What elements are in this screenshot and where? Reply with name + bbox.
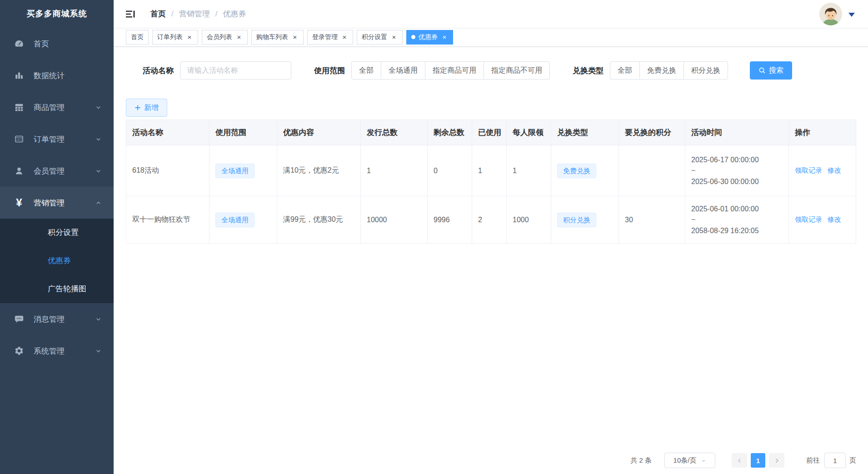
caret-down-icon	[848, 13, 855, 17]
page-number-1[interactable]: 1	[751, 453, 765, 468]
sidebar-item-label: 数据统计	[34, 70, 65, 81]
cell-content: 满99元，优惠30元	[277, 196, 361, 244]
app-window: 买多多商城系统 首页 数据统计 商品管理 订单管理	[0, 0, 868, 474]
sidebar-item-marketing[interactable]: ¥ 营销管理	[0, 187, 114, 219]
sidebar-item-label: 商品管理	[34, 102, 65, 113]
yen-icon: ¥	[14, 197, 25, 208]
page-unit-label: 页	[849, 456, 856, 465]
app-title: 买多多商城系统	[0, 0, 114, 28]
sidebar-item-home[interactable]: 首页	[0, 28, 114, 60]
cell-actions: 领取记录修改	[789, 196, 856, 244]
sidebar-item-members[interactable]: 会员管理	[0, 155, 114, 187]
sidebar-item-label: 订单管理	[34, 134, 65, 145]
claim-records-link[interactable]: 领取记录	[795, 166, 822, 174]
scope-option-all[interactable]: 全部	[351, 61, 381, 80]
submenu-item-ad-carousel[interactable]: 广告轮播图	[0, 275, 114, 303]
table-row: 618活动 全场通用 满10元，优惠2元 1 0 1 1 免费兑换 2025-0…	[126, 145, 856, 196]
cell-issued: 10000	[361, 196, 428, 244]
tag-login-mgmt[interactable]: 登录管理×	[307, 30, 353, 45]
submenu-item-coupons[interactable]: 优惠券	[0, 247, 114, 275]
col-actions: 操作	[789, 120, 856, 145]
cell-content: 满10元，优惠2元	[277, 145, 361, 196]
cell-limit: 1	[507, 145, 551, 196]
exchange-type-label: 兑换类型	[573, 65, 604, 76]
cell-issued: 1	[361, 145, 428, 196]
sidebar: 买多多商城系统 首页 数据统计 商品管理 订单管理	[0, 0, 114, 474]
breadcrumb-current: 优惠券	[223, 9, 246, 19]
tag-member-list[interactable]: 会员列表×	[202, 30, 248, 45]
sidebar-item-messages[interactable]: 消息管理	[0, 303, 114, 335]
close-icon[interactable]: ×	[186, 34, 193, 41]
scope-option-universal[interactable]: 全场通用	[381, 61, 425, 80]
sidebar-item-products[interactable]: 商品管理	[0, 91, 114, 123]
submenu-item-points-settings[interactable]: 积分设置	[0, 219, 114, 247]
col-time: 活动时间	[685, 120, 789, 145]
chat-bubble-icon	[14, 314, 25, 324]
tag-cart-list[interactable]: 购物车列表×	[251, 30, 304, 45]
table-row: 双十一购物狂欢节 全场通用 满99元，优惠30元 10000 9996 2 10…	[126, 196, 856, 244]
type-option-all[interactable]: 全部	[610, 61, 640, 80]
cell-points	[619, 145, 685, 196]
search-button[interactable]: 搜索	[750, 61, 792, 80]
claim-records-link[interactable]: 领取记录	[795, 215, 822, 223]
avatar[interactable]	[819, 3, 842, 25]
page-size-select[interactable]: 10条/页	[664, 453, 715, 468]
breadcrumb-home[interactable]: 首页	[150, 9, 166, 19]
breadcrumb-marketing[interactable]: 营销管理	[179, 9, 210, 19]
col-remaining: 剩余总数	[428, 120, 472, 145]
col-points: 要兑换的积分	[619, 120, 685, 145]
user-icon	[14, 166, 25, 176]
chevron-down-icon	[95, 104, 102, 111]
goto-label: 前往	[806, 456, 820, 465]
pagination: 共 2 条 10条/页 1 前往 页	[630, 453, 856, 468]
cell-remaining: 9996	[428, 196, 472, 244]
cell-time: 2025-06-17 00:00:00 ~ 2025-06-30 00:00:0…	[685, 145, 789, 196]
type-option-points[interactable]: 积分兑换	[684, 61, 728, 80]
col-issued: 发行总数	[361, 120, 428, 145]
breadcrumb: 首页 / 营销管理 / 优惠券	[150, 9, 246, 19]
edit-link[interactable]: 修改	[828, 166, 841, 174]
tag-coupons-active[interactable]: 优惠券×	[406, 30, 453, 45]
chevron-down-icon	[95, 168, 102, 175]
sidebar-item-statistics[interactable]: 数据统计	[0, 60, 114, 91]
activity-name-label: 活动名称	[143, 65, 174, 76]
table-header-row: 活动名称 使用范围 优惠内容 发行总数 剩余总数 已使用 每人限领 兑换类型 要…	[126, 120, 856, 145]
scope-option-specified-excluded[interactable]: 指定商品不可用	[484, 61, 550, 80]
cell-actions: 领取记录修改	[789, 145, 856, 196]
chevron-up-icon	[95, 200, 102, 206]
sidebar-item-orders[interactable]: 订单管理	[0, 123, 114, 155]
active-dot	[411, 35, 415, 39]
close-icon[interactable]: ×	[441, 34, 448, 41]
chevron-down-icon	[95, 316, 102, 323]
col-limit: 每人限领	[507, 120, 551, 145]
add-button[interactable]: 新增	[126, 99, 167, 117]
sidebar-collapse-icon[interactable]	[125, 9, 136, 20]
close-icon[interactable]: ×	[291, 34, 299, 41]
filter-bar: 活动名称 使用范围 全部 全场通用 指定商品可用 指定商品不可用 兑换类型 全部…	[126, 61, 856, 80]
exchange-type-badge: 积分兑换	[557, 213, 596, 227]
type-option-free[interactable]: 免费兑换	[640, 61, 684, 80]
main-area: 首页 / 营销管理 / 优惠券 首页 订单列表× 会员列表× 购物车列表× 登录…	[114, 0, 868, 474]
prev-page-button[interactable]	[732, 453, 747, 468]
user-dropdown[interactable]	[819, 3, 855, 25]
activity-name-input[interactable]	[180, 61, 291, 80]
goto-page-input[interactable]	[824, 453, 846, 468]
close-icon[interactable]: ×	[235, 34, 243, 41]
cell-time: 2025-06-01 00:00:00 ~ 2058-08-29 16:20:0…	[685, 196, 789, 244]
close-icon[interactable]: ×	[390, 34, 398, 41]
sidebar-item-label: 营销管理	[34, 198, 65, 208]
bar-chart-icon	[14, 70, 25, 80]
col-scope: 使用范围	[210, 120, 277, 145]
close-icon[interactable]: ×	[341, 34, 348, 41]
exchange-type-badge: 免费兑换	[557, 164, 596, 178]
tag-home[interactable]: 首页	[126, 30, 149, 45]
scope-option-specified-allowed[interactable]: 指定商品可用	[425, 61, 484, 80]
cell-used: 1	[472, 145, 507, 196]
tags-view: 首页 订单列表× 会员列表× 购物车列表× 登录管理× 积分设置× 优惠券×	[114, 28, 868, 47]
total-count: 共 2 条	[630, 456, 652, 465]
edit-link[interactable]: 修改	[828, 215, 841, 223]
tag-order-list[interactable]: 订单列表×	[152, 30, 198, 45]
next-page-button[interactable]	[769, 453, 784, 468]
sidebar-item-system[interactable]: 系统管理	[0, 335, 114, 367]
tag-points-settings[interactable]: 积分设置×	[357, 30, 403, 45]
